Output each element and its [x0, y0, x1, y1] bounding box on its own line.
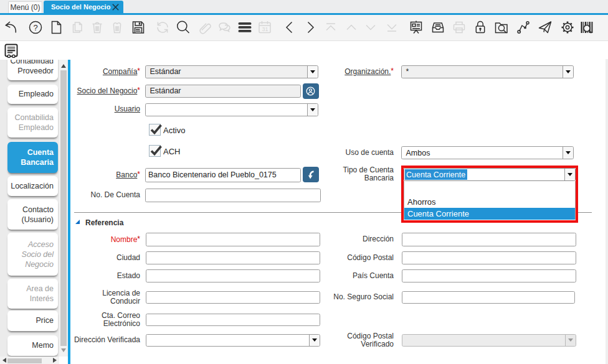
svg-text:31: 31: [262, 26, 268, 32]
svg-text:?: ?: [33, 22, 37, 32]
